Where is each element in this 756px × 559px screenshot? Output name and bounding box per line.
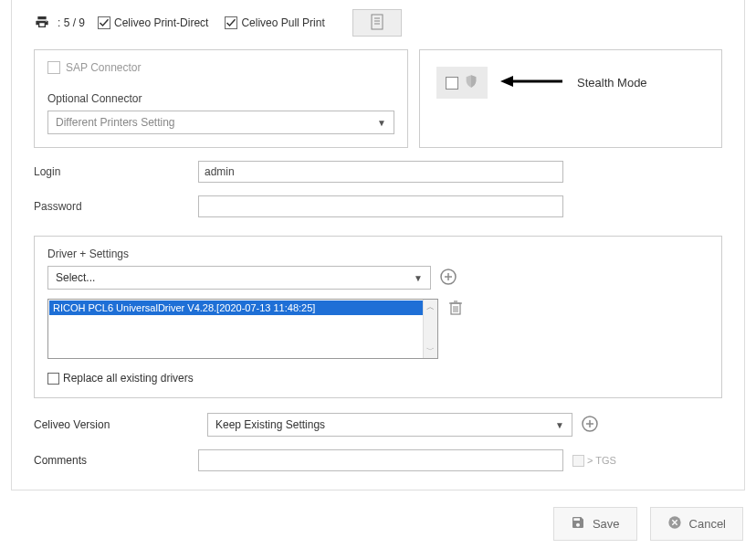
connector-box: SAP Connector Optional Connector Differe… (34, 49, 408, 148)
checkmark-icon (98, 16, 110, 29)
pull-print-label: Celiveo Pull Print (241, 16, 324, 29)
stealth-mode-label: Stealth Mode (577, 76, 647, 90)
chevron-down-icon: ▼ (555, 420, 564, 430)
replace-drivers-label: Replace all existing drivers (63, 372, 194, 385)
driver-select-value: Select... (56, 271, 95, 284)
scroll-up-icon[interactable]: ︿ (425, 300, 436, 315)
comments-input[interactable] (198, 449, 563, 471)
save-button[interactable]: Save (553, 507, 637, 541)
shield-icon (464, 74, 478, 91)
celiveo-version-label: Celiveo Version (34, 418, 198, 431)
optional-connector-select[interactable]: Different Printers Setting ▼ (47, 111, 394, 134)
delete-driver-button[interactable] (449, 290, 462, 318)
optional-connector-value: Different Printers Setting (56, 116, 175, 129)
add-version-button[interactable] (582, 416, 598, 435)
checkmark-icon (225, 16, 237, 29)
chevron-down-icon: ▼ (414, 273, 423, 283)
comments-label: Comments (34, 454, 198, 467)
driver-list[interactable]: RICOH PCL6 UniversalDriver V4.28.[2020-0… (47, 299, 438, 359)
print-direct-label: Celiveo Print-Direct (114, 16, 208, 29)
cancel-button-label: Cancel (689, 517, 726, 531)
celiveo-version-select[interactable]: Keep Existing Settings ▼ (207, 413, 572, 437)
tgs-label: > TGS (587, 455, 616, 466)
add-driver-button[interactable] (440, 269, 457, 288)
arrow-left-icon (500, 73, 564, 92)
password-input[interactable] (198, 195, 563, 217)
selection-count: : 5 / 9 (58, 16, 85, 29)
replace-drivers-checkbox[interactable] (47, 373, 59, 385)
print-direct-checkbox[interactable]: Celiveo Print-Direct (98, 16, 208, 29)
save-icon (571, 515, 585, 533)
chevron-down-icon: ▼ (377, 118, 386, 128)
optional-connector-label: Optional Connector (47, 92, 394, 105)
driver-select[interactable]: Select... ▼ (47, 266, 431, 290)
scroll-down-icon[interactable]: ﹀ (425, 343, 436, 358)
celiveo-version-value: Keep Existing Settings (215, 418, 325, 431)
driver-settings-label: Driver + Settings (47, 248, 709, 260)
stealth-box: Stealth Mode (419, 49, 722, 148)
svg-marker-5 (500, 76, 513, 87)
document-icon (370, 14, 384, 33)
login-input[interactable] (198, 161, 563, 183)
driver-settings-box: Driver + Settings Select... ▼ RICOH PCL6… (34, 236, 722, 398)
cancel-button[interactable]: Cancel (650, 507, 743, 541)
password-label: Password (34, 200, 198, 213)
tgs-checkbox (572, 455, 584, 467)
cancel-icon (667, 515, 682, 533)
stealth-mode-checkbox[interactable] (446, 77, 458, 90)
document-button[interactable] (352, 9, 402, 37)
pull-print-checkbox[interactable]: Celiveo Pull Print (225, 16, 324, 29)
sap-connector-checkbox[interactable] (47, 61, 60, 74)
driver-list-item[interactable]: RICOH PCL6 UniversalDriver V4.28.[2020-0… (49, 301, 436, 315)
printer-icon (34, 15, 50, 32)
scrollbar[interactable]: ︿ ﹀ (423, 300, 437, 358)
sap-connector-label: SAP Connector (66, 61, 142, 74)
svg-rect-0 (372, 15, 383, 29)
login-label: Login (34, 165, 198, 178)
save-button-label: Save (593, 517, 620, 531)
